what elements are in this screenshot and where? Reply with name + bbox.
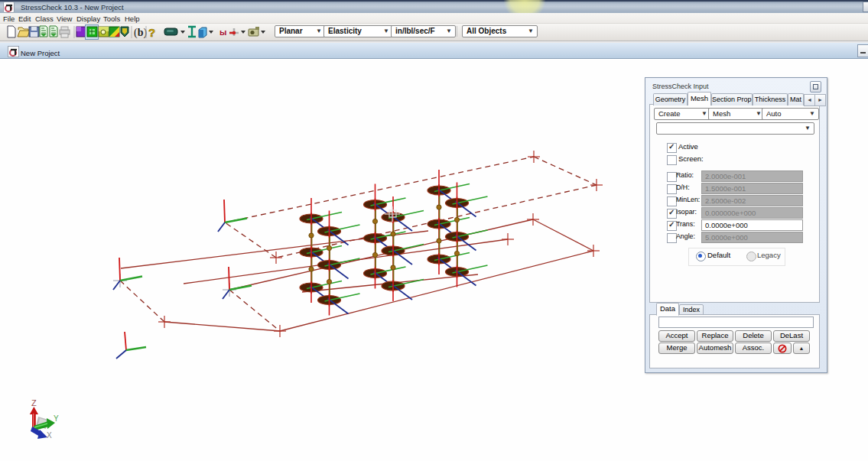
svg-text:X: X <box>47 431 52 440</box>
svg-text:Y: Y <box>54 414 59 423</box>
svg-text:Z: Z <box>31 398 37 407</box>
